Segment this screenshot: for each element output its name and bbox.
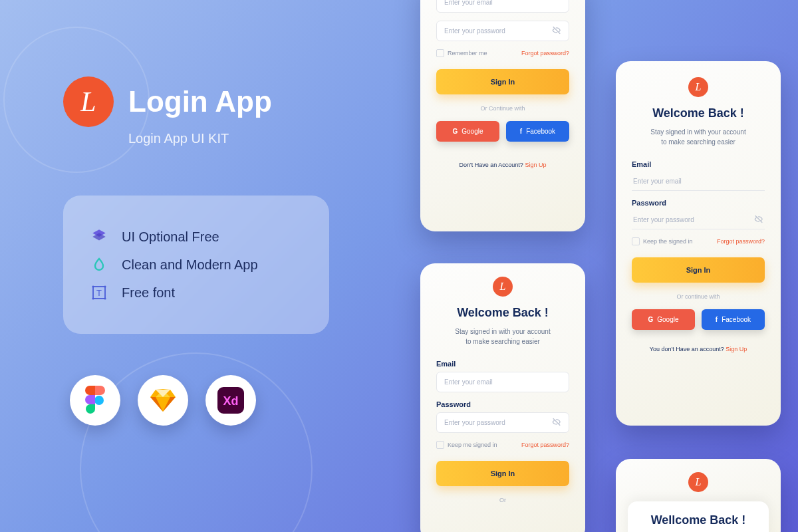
svg-text:T: T <box>96 288 102 298</box>
hero-section: L Login App Login App UI KIT UI Optional… <box>63 76 356 426</box>
facebook-button[interactable]: fFacebook <box>702 309 765 330</box>
google-button[interactable]: GGoogle <box>632 309 695 330</box>
password-input[interactable]: Enter your password <box>436 412 569 433</box>
forgot-password-link[interactable]: Forgot password? <box>521 442 569 448</box>
login-screen-1: Enter your email Enter your password Rem… <box>420 0 585 231</box>
password-label: Password <box>436 400 569 408</box>
signin-button[interactable]: Sign In <box>436 461 569 486</box>
password-label: Password <box>632 199 765 207</box>
login-screen-4: L Wellcome Back ! <box>616 459 781 532</box>
welcome-title: Wellcome Back ! <box>640 513 757 527</box>
svg-point-2 <box>92 285 94 287</box>
feature-item: T Free font <box>90 283 303 302</box>
signup-prompt: You don't Have an account? Sign Up <box>632 346 765 352</box>
signup-link[interactable]: Sign Up <box>726 346 747 352</box>
password-input[interactable]: Enter your password <box>436 21 569 41</box>
facebook-button[interactable]: fFacebook <box>506 121 569 142</box>
figma-icon <box>70 375 120 426</box>
login-screen-2: L Welcome Back ! Stay signed in with you… <box>420 263 585 532</box>
welcome-title: Welcome Back ! <box>632 106 765 120</box>
feature-text: Free font <box>122 285 175 301</box>
feature-text: Clean and Modern App <box>122 257 258 273</box>
text-frame-icon: T <box>90 283 108 302</box>
email-input[interactable]: Enter your email <box>632 172 765 191</box>
eye-off-icon[interactable] <box>552 25 561 37</box>
features-card: UI Optional Free Clean and Modern App T … <box>63 196 329 334</box>
app-logo-icon: L <box>493 277 513 297</box>
app-logo-icon: L <box>688 472 708 492</box>
divider-text: Or continue with <box>632 293 765 300</box>
tools-row: Xd <box>70 375 356 426</box>
welcome-subtitle: Stay signed in with your accountto make … <box>436 327 569 346</box>
google-button[interactable]: GGoogle <box>436 121 499 142</box>
signup-link[interactable]: Sign Up <box>525 162 546 168</box>
feature-text: UI Optional Free <box>122 229 219 245</box>
login-screen-3: L Welcome Back ! Stay signed in with you… <box>616 61 781 426</box>
svg-text:Xd: Xd <box>223 394 238 408</box>
email-input[interactable]: Enter your email <box>436 372 569 392</box>
drop-icon <box>90 255 108 274</box>
sketch-icon <box>138 375 188 426</box>
divider-text: Or <box>436 497 569 503</box>
eye-off-icon[interactable] <box>754 214 763 225</box>
signup-prompt: Don't Have an Account? Sign Up <box>436 162 569 168</box>
divider-text: Or Continue with <box>436 105 569 112</box>
welcome-subtitle: Stay signed in with your accountto make … <box>632 127 765 147</box>
signin-button[interactable]: Sign In <box>436 69 569 94</box>
layers-icon <box>90 227 108 246</box>
remember-checkbox[interactable]: Remember me <box>436 49 487 57</box>
email-label: Email <box>436 360 569 368</box>
svg-point-5 <box>104 297 106 299</box>
svg-point-6 <box>94 396 104 405</box>
welcome-title: Welcome Back ! <box>436 306 569 320</box>
keep-signed-checkbox[interactable]: Keep the signed in <box>632 237 693 245</box>
svg-point-4 <box>92 297 94 299</box>
eye-off-icon[interactable] <box>552 417 561 428</box>
signin-button[interactable]: Sign In <box>632 257 765 283</box>
forgot-password-link[interactable]: Forgot password? <box>717 238 765 245</box>
feature-item: Clean and Modern App <box>90 255 303 274</box>
hero-subtitle: Login App UI KIT <box>128 131 356 146</box>
app-logo-icon: L <box>688 77 708 97</box>
app-logo: L <box>63 76 114 127</box>
keep-signed-checkbox[interactable]: Keep me signed in <box>436 441 497 449</box>
xd-icon: Xd <box>205 375 256 426</box>
password-input[interactable]: Enter your password <box>632 211 765 229</box>
hero-title: Login App <box>128 85 272 118</box>
email-input[interactable]: Enter your email <box>436 0 569 13</box>
forgot-password-link[interactable]: Forgot password? <box>521 50 569 57</box>
email-label: Email <box>632 160 765 168</box>
feature-item: UI Optional Free <box>90 227 303 246</box>
svg-point-3 <box>104 285 106 287</box>
